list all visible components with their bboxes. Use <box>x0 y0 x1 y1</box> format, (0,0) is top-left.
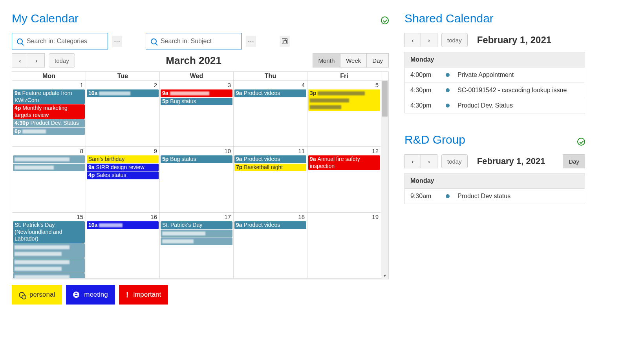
legend-personal[interactable]: personal <box>12 285 62 305</box>
dot-icon <box>446 88 450 92</box>
agenda-item[interactable]: 4:00pmPrivate Appointment <box>405 67 585 83</box>
agenda-item[interactable]: 4:30pmProduct Dev. Status <box>405 98 585 113</box>
rnd-next-button[interactable]: › <box>421 154 437 168</box>
search-subject-input[interactable]: Search in: Subject <box>146 33 242 49</box>
search-categories-input[interactable]: Search in: Categories <box>12 33 108 49</box>
calendar-event[interactable]: 5pBug status <box>161 155 232 163</box>
person-icon <box>19 292 25 298</box>
shared-calendar-title: Shared Calendar <box>404 12 585 25</box>
calendar-event[interactable]: 4pMonthly marketing targets review <box>13 104 85 119</box>
day-cell[interactable]: 53p <box>307 81 381 147</box>
shared-today-button[interactable]: today <box>441 33 468 47</box>
agenda-item[interactable]: 4:30pmSC-00191542 - cascading lookup iss… <box>405 83 585 98</box>
day-cell[interactable]: 39a5pBug status <box>160 81 234 147</box>
shared-day-header: Monday <box>405 52 585 67</box>
current-month-label: March 2021 <box>75 55 313 67</box>
day-header: Tue <box>86 72 160 81</box>
calendar-event[interactable]: 10a <box>87 221 159 229</box>
day-number: 9 <box>86 147 159 155</box>
calendar-event[interactable]: 9aProduct videos <box>234 155 306 163</box>
calendar-event[interactable] <box>13 273 85 279</box>
day-cell[interactable]: 8 <box>12 147 86 213</box>
calendar-event[interactable]: 9aSIRR design review <box>87 164 159 171</box>
calendar-event[interactable]: Sam's birthday <box>87 155 159 163</box>
rnd-prev-button[interactable]: ‹ <box>404 154 421 168</box>
scroll-down-icon[interactable]: ▼ <box>381 272 388 279</box>
day-cell[interactable]: 210a <box>86 81 160 147</box>
day-number: 18 <box>234 213 307 221</box>
calendar-event[interactable]: 6p <box>13 128 85 135</box>
shared-next-button[interactable]: › <box>421 33 437 47</box>
calendar-event[interactable] <box>13 164 85 171</box>
legend-important[interactable]: ! important <box>119 285 168 305</box>
view-day-button[interactable]: Day <box>367 53 389 67</box>
view-week-button[interactable]: Week <box>340 53 367 67</box>
calendar-event[interactable]: 5pBug status <box>161 98 232 106</box>
prev-month-button[interactable]: ‹ <box>12 53 28 67</box>
calendar-event[interactable]: 10a <box>87 89 159 97</box>
calendar-event[interactable] <box>13 155 85 163</box>
calendar-event[interactable]: 4pSales status <box>87 171 159 179</box>
my-calendar-title: My Calendar <box>12 12 79 25</box>
rnd-day-header: Monday <box>405 173 585 189</box>
calendar-event[interactable]: 7pBasketball night <box>234 164 306 171</box>
rnd-view-day-button[interactable]: Day <box>563 154 585 168</box>
shared-prev-button[interactable]: ‹ <box>404 33 421 47</box>
calendar-event[interactable] <box>161 230 232 237</box>
next-month-button[interactable]: › <box>28 53 45 67</box>
subject-more-button[interactable]: ⋯ <box>246 36 256 47</box>
legend-meeting[interactable]: meeting <box>66 285 115 305</box>
agenda-item[interactable]: 9:30amProduct Dev status <box>405 189 585 204</box>
day-cell[interactable]: 19aFeature update from KWizCom4pMonthly … <box>12 81 86 147</box>
day-number: 10 <box>160 147 233 155</box>
calendar-event[interactable]: 9aAnnual fire safety inspection <box>308 155 380 170</box>
day-header: Mon <box>12 72 86 81</box>
calendar-event[interactable]: St. Patrick's Day <box>161 221 232 229</box>
day-header: Fri <box>307 72 381 81</box>
calendar-event[interactable]: 9aFeature update from KWizCom <box>13 89 85 104</box>
today-button[interactable]: today <box>49 53 75 67</box>
categories-more-button[interactable]: ⋯ <box>112 36 122 47</box>
calendar-event[interactable] <box>13 258 85 273</box>
agenda-title: Product Dev. Status <box>457 102 513 109</box>
day-cell[interactable]: 17St. Patrick's Day <box>160 213 234 279</box>
day-cell[interactable]: 119aProduct videos7pBasketball night <box>234 147 307 213</box>
agenda-time: 4:00pm <box>410 71 438 78</box>
search-subject-placeholder: Search in: Subject <box>161 38 212 45</box>
day-number: 19 <box>307 213 381 221</box>
day-number: 17 <box>160 213 233 221</box>
calendar-event[interactable]: 9a <box>161 89 232 97</box>
day-cell[interactable]: 1610a <box>86 213 160 279</box>
day-number: 3 <box>160 81 233 89</box>
day-cell[interactable]: 15St. Patrick's Day (Newfoundland and La… <box>12 213 86 279</box>
scroll-thumb[interactable] <box>382 81 388 117</box>
day-header: Wed <box>160 72 234 81</box>
calendar-event[interactable]: St. Patrick's Day (Newfoundland and Labr… <box>13 221 85 243</box>
calendar-event[interactable] <box>161 237 232 245</box>
day-header: Thu <box>234 72 307 81</box>
day-cell[interactable]: 49aProduct videos <box>234 81 307 147</box>
rnd-today-button[interactable]: today <box>441 154 468 168</box>
day-cell[interactable]: 9Sam's birthday9aSIRR design review4pSal… <box>86 147 160 213</box>
day-cell[interactable]: 189aProduct videos <box>234 213 307 279</box>
calendar-event[interactable]: 3p <box>308 89 380 111</box>
calendar-scrollbar[interactable]: ▲ ▼ <box>381 81 388 279</box>
save-button[interactable] <box>280 36 290 47</box>
search-categories-placeholder: Search in: Categories <box>27 38 87 45</box>
legend-important-label: important <box>133 291 161 299</box>
calendar-event[interactable]: 9aProduct videos <box>234 221 306 229</box>
day-number: 4 <box>234 81 307 89</box>
day-cell[interactable]: 19 <box>307 213 381 279</box>
calendar-event[interactable]: 9aProduct videos <box>234 89 306 97</box>
view-month-button[interactable]: Month <box>313 53 341 67</box>
agenda-time: 4:30pm <box>410 102 438 109</box>
rnd-date-label: February 1, 2021 <box>477 156 545 166</box>
day-cell[interactable]: 105pBug status <box>160 147 234 213</box>
calendar-event[interactable]: 4:30pProduct Dev. Status <box>13 119 85 127</box>
day-number: 11 <box>234 147 307 155</box>
dot-icon <box>446 73 450 77</box>
agenda-title: SC-00191542 - cascading lookup issue <box>457 87 567 94</box>
day-cell[interactable]: 129aAnnual fire safety inspection <box>307 147 381 213</box>
calendar-event[interactable] <box>13 243 85 258</box>
day-number: 16 <box>86 213 159 221</box>
